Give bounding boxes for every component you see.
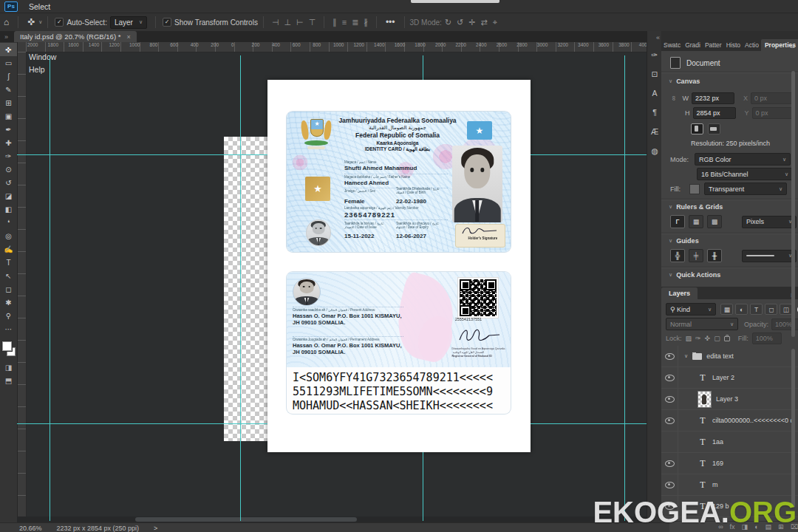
libraries-panel-icon[interactable]: ◍ — [648, 144, 661, 157]
distribute-left-icon[interactable]: ∥ — [332, 18, 337, 27]
path-selection-tool[interactable]: ↖ — [0, 269, 17, 282]
guide-horizontal[interactable] — [531, 154, 647, 155]
home-icon[interactable]: ⌂ — [0, 17, 13, 27]
quick-actions-section-title[interactable]: Quick Actions — [676, 271, 720, 279]
collapse-canvas-icon[interactable]: ∨ — [669, 78, 672, 84]
layer-row[interactable]: ∨ T 169 — [661, 453, 798, 474]
show-transform-checkbox[interactable]: ✓ — [163, 18, 171, 27]
move-tool-icon[interactable]: ✜ — [24, 17, 38, 27]
brush-tool[interactable]: ✑ — [0, 149, 17, 163]
panel-tab[interactable]: Histo — [724, 39, 743, 51]
guides-section-title[interactable]: Guides — [676, 237, 699, 245]
panel-tab[interactable]: Patter — [703, 39, 724, 51]
orientation-landscape-button[interactable] — [708, 123, 720, 134]
guide-vertical[interactable] — [50, 55, 50, 521]
paragraph-panel-icon[interactable]: ¶ — [648, 106, 661, 118]
quick-mask-icon[interactable]: ◨ — [0, 361, 17, 374]
layers-tab[interactable]: Layers — [661, 287, 698, 299]
distribute-spacing-icon[interactable]: ∦ — [364, 18, 368, 27]
guide-vertical[interactable] — [423, 452, 423, 521]
clear-guides-icon[interactable]: ╫ — [707, 249, 722, 262]
clone-source-panel-icon[interactable]: ⊡ — [648, 67, 661, 80]
id-card-front[interactable]: ★ Jamhuuriyadda Federaalka Soomaaliya جم… — [287, 112, 511, 252]
lock-position-icon[interactable]: ✜ — [705, 335, 711, 342]
lock-artboard-icon[interactable]: ▢ — [714, 335, 720, 342]
toggle-grid-icon[interactable]: ▦ — [689, 215, 703, 228]
layer-name[interactable]: 169 — [712, 460, 723, 467]
crop-tool[interactable]: ⊞ — [0, 96, 17, 109]
lock-transparency-icon[interactable]: ▨ — [686, 335, 692, 342]
canvas-section-title[interactable]: Canvas — [676, 78, 700, 85]
canvas-width-field[interactable]: 2232 px — [692, 92, 734, 104]
distribute-center-icon[interactable]: ≡ — [342, 18, 347, 27]
layer-visibility-toggle[interactable] — [661, 389, 678, 409]
align-top-edges-icon[interactable]: ⊤ — [309, 18, 316, 27]
foreground-color-swatch[interactable] — [2, 341, 12, 351]
type-tool[interactable]: T — [0, 256, 17, 269]
filter-pixel-layers-icon[interactable]: ▦ — [720, 304, 733, 315]
bit-depth-dropdown[interactable]: 16 Bits/Channel∨ — [697, 168, 793, 180]
toggle-rulers-icon[interactable]: Γ — [670, 215, 685, 228]
lasso-tool[interactable]: ʃ — [0, 69, 17, 83]
quick-selection-tool[interactable]: ✎ — [0, 83, 17, 96]
layer-row[interactable]: ∨ T Layer 2 — [661, 367, 798, 389]
rectangle-tool[interactable]: ◻ — [0, 282, 17, 296]
eraser-tool[interactable]: ◪ — [0, 189, 17, 202]
blur-tool[interactable]: ❛ — [0, 216, 17, 229]
id-card-back[interactable]: Ciwaanka xaadirka ah / العنوان الحالي / … — [287, 272, 511, 414]
close-tab-icon[interactable]: × — [126, 33, 130, 41]
edit-toolbar-button[interactable]: ⋯ — [0, 322, 17, 335]
document-tab[interactable]: Italy id.psd @ 20.7% (RGB/16) * × — [14, 31, 137, 42]
align-left-edges-icon[interactable]: ⊣ — [272, 18, 279, 27]
link-dimensions-icon[interactable]: ∞ — [670, 96, 678, 100]
canvas-fill-dropdown[interactable]: Transparent∨ — [704, 183, 787, 195]
layer-row[interactable]: ∨ T m — [661, 474, 798, 496]
horizontal-ruler[interactable]: 2000180016001400120010008006004002000200… — [26, 42, 647, 52]
panel-tab[interactable]: Gradi — [683, 39, 703, 51]
hand-tool[interactable]: ✱ — [0, 296, 17, 309]
zoom-tool[interactable]: ⚲ — [0, 309, 17, 322]
guide-style-dropdown[interactable]: ∨ — [742, 250, 797, 262]
layer-name[interactable]: 1aa — [712, 438, 723, 446]
layer-name[interactable]: m — [712, 481, 718, 488]
auto-select-checkbox[interactable]: ✓ — [55, 18, 64, 27]
menu-item[interactable]: Select — [22, 0, 63, 13]
vertical-ruler[interactable]: 6004002000200400600800100012001400160018… — [17, 52, 27, 532]
filter-type-layers-icon[interactable]: T — [750, 304, 763, 315]
guide-horizontal[interactable] — [531, 423, 647, 424]
layer-visibility-toggle[interactable] — [661, 410, 678, 431]
collapse-guides-icon[interactable]: ∨ — [669, 238, 672, 244]
panel-tab[interactable]: Swatc — [661, 39, 683, 51]
layer-name[interactable]: cilta0000000..<<<<<<<<0 d — [712, 417, 794, 424]
orientation-portrait-button[interactable] — [691, 123, 703, 134]
character-panel-icon[interactable]: A — [648, 86, 661, 99]
dodge-tool[interactable]: ◎ — [0, 229, 17, 242]
collapse-rulers-icon[interactable]: ∨ — [669, 204, 672, 210]
layer-filter-kind-dropdown[interactable]: ⚲ Kind ∨ — [666, 303, 716, 316]
lock-pixels-icon[interactable]: ✑ — [695, 335, 701, 342]
menu-item[interactable]: Help — [22, 63, 63, 75]
auto-select-target-dropdown[interactable]: Layer∨ — [110, 16, 147, 29]
filter-adjustment-layers-icon[interactable]: ◐ — [735, 304, 748, 315]
ruler-units-dropdown[interactable]: Pixels∨ — [742, 216, 797, 228]
distribute-right-icon[interactable]: ≣ — [352, 18, 358, 27]
healing-brush-tool[interactable]: ✚ — [0, 136, 17, 149]
layer-name[interactable]: Layer 3 — [716, 395, 738, 403]
filter-shape-layers-icon[interactable]: ◻ — [765, 304, 777, 315]
screen-mode-icon[interactable]: ⬒ — [0, 374, 17, 387]
layer-visibility-toggle[interactable] — [661, 367, 678, 388]
lock-guides-icon[interactable]: ╪ — [689, 249, 703, 262]
panel-menu-icon[interactable]: ≡ — [791, 41, 795, 50]
color-mode-dropdown[interactable]: RGB Color∨ — [695, 153, 791, 166]
align-right-edges-icon[interactable]: ⊢ — [296, 18, 304, 27]
layer-row[interactable]: ∨ T Layer 3 — [661, 389, 798, 410]
layer-name[interactable]: Layer 2 — [712, 374, 734, 381]
toggle-pixel-grid-icon[interactable]: ▩ — [707, 215, 722, 228]
gradient-tool[interactable]: ◧ — [0, 202, 17, 216]
zoom-level-field[interactable]: 20.66% — [19, 525, 42, 532]
properties-scrollbar[interactable] — [791, 71, 795, 337]
panel-tab[interactable]: Actio — [743, 39, 761, 51]
lock-all-icon[interactable] — [724, 336, 730, 341]
layer-thumbnail[interactable] — [698, 391, 712, 408]
move-tool[interactable]: ✜ — [0, 43, 17, 56]
